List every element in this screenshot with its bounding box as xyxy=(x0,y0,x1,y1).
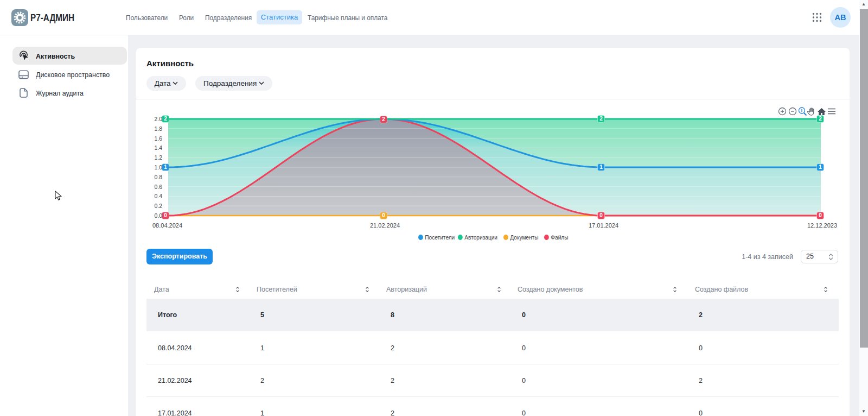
svg-text:1: 1 xyxy=(599,164,603,170)
svg-text:0: 0 xyxy=(164,212,167,218)
svg-text:1: 1 xyxy=(164,164,167,170)
svg-text:0: 0 xyxy=(819,212,822,218)
svg-text:1: 1 xyxy=(819,164,822,170)
svg-text:0: 0 xyxy=(382,212,385,218)
svg-text:2: 2 xyxy=(599,116,603,122)
svg-text:2: 2 xyxy=(382,116,385,122)
svg-text:2: 2 xyxy=(164,116,167,122)
svg-text:2: 2 xyxy=(819,116,822,122)
svg-text:0: 0 xyxy=(599,212,603,218)
